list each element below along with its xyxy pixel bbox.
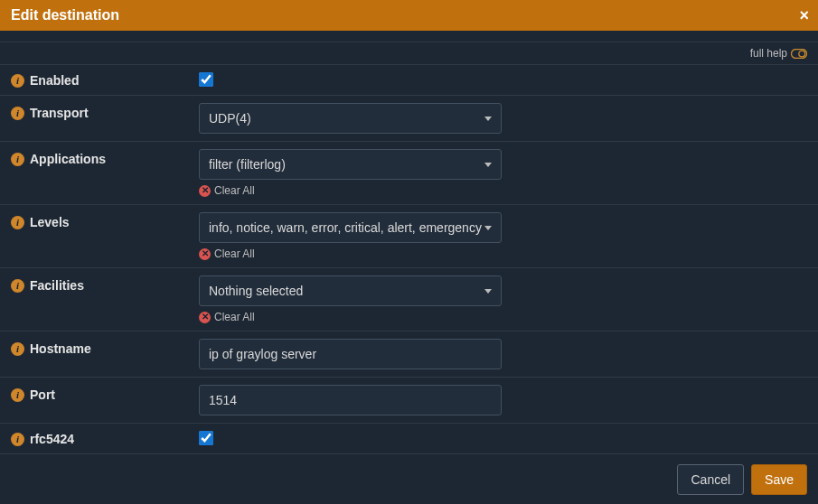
clear-icon: ✕ — [199, 312, 211, 323]
edit-destination-modal: Edit destination × full help i Enabled — [0, 0, 818, 504]
facilities-select[interactable]: Nothing selected — [199, 275, 502, 306]
full-help-label: full help — [750, 47, 787, 60]
row-port: i Port — [0, 378, 818, 424]
clear-all-label: Clear All — [214, 311, 255, 323]
levels-value: info, notice, warn, error, critical, ale… — [209, 220, 482, 235]
info-icon[interactable]: i — [11, 388, 24, 402]
hostname-input[interactable] — [199, 339, 502, 369]
info-icon[interactable]: i — [11, 153, 24, 166]
facilities-clear-all[interactable]: ✕ Clear All — [199, 311, 807, 323]
enabled-checkbox[interactable] — [199, 72, 213, 87]
label-applications: Applications — [30, 152, 106, 166]
info-icon[interactable]: i — [11, 342, 24, 356]
rfc5424-checkbox[interactable] — [199, 431, 213, 445]
modal-title: Edit destination — [11, 7, 119, 23]
full-help-toggle[interactable]: full help — [0, 42, 818, 65]
row-applications: i Applications filter (filterlog) ✕ Clea… — [0, 142, 818, 205]
row-transport: i Transport UDP(4) — [0, 96, 818, 142]
label-levels: Levels — [30, 215, 70, 229]
row-enabled: i Enabled — [0, 65, 818, 96]
row-facilities: i Facilities Nothing selected ✕ Clear Al… — [0, 268, 818, 331]
label-facilities: Facilities — [30, 278, 84, 293]
modal-body: full help i Enabled i Transport — [0, 31, 818, 455]
facilities-value: Nothing selected — [209, 284, 303, 298]
applications-value: filter (filterlog) — [209, 157, 286, 172]
clear-icon: ✕ — [199, 185, 211, 197]
info-icon[interactable]: i — [11, 216, 24, 229]
transport-value: UDP(4) — [209, 111, 251, 126]
info-icon[interactable]: i — [11, 74, 24, 88]
info-icon[interactable]: i — [11, 433, 24, 446]
label-port: Port — [30, 387, 55, 402]
clear-all-label: Clear All — [214, 184, 255, 197]
chevron-down-icon — [484, 117, 492, 121]
info-icon[interactable]: i — [11, 279, 24, 293]
save-button[interactable]: Save — [751, 464, 807, 495]
row-levels: i Levels info, notice, warn, error, crit… — [0, 205, 818, 268]
port-input[interactable] — [199, 385, 502, 415]
label-enabled: Enabled — [30, 73, 79, 88]
applications-select[interactable]: filter (filterlog) — [199, 149, 502, 180]
modal-footer: Cancel Save — [0, 455, 818, 504]
clear-all-label: Clear All — [214, 247, 255, 260]
info-icon[interactable]: i — [11, 107, 24, 120]
label-rfc5424: rfc5424 — [30, 432, 74, 446]
close-icon[interactable]: × — [799, 7, 809, 23]
cancel-button[interactable]: Cancel — [677, 464, 744, 495]
toggle-icon — [791, 49, 807, 59]
chevron-down-icon — [484, 289, 492, 294]
label-hostname: Hostname — [30, 341, 91, 356]
modal-header: Edit destination × — [0, 0, 818, 31]
levels-clear-all[interactable]: ✕ Clear All — [199, 247, 807, 260]
row-hostname: i Hostname — [0, 331, 818, 378]
chevron-down-icon — [484, 163, 492, 167]
chevron-down-icon — [484, 226, 492, 230]
levels-select[interactable]: info, notice, warn, error, critical, ale… — [199, 212, 502, 243]
applications-clear-all[interactable]: ✕ Clear All — [199, 184, 807, 197]
transport-select[interactable]: UDP(4) — [199, 103, 502, 134]
svg-point-1 — [799, 51, 805, 57]
label-transport: Transport — [30, 106, 89, 120]
clear-icon: ✕ — [199, 248, 211, 260]
row-rfc5424: i rfc5424 — [0, 424, 818, 454]
